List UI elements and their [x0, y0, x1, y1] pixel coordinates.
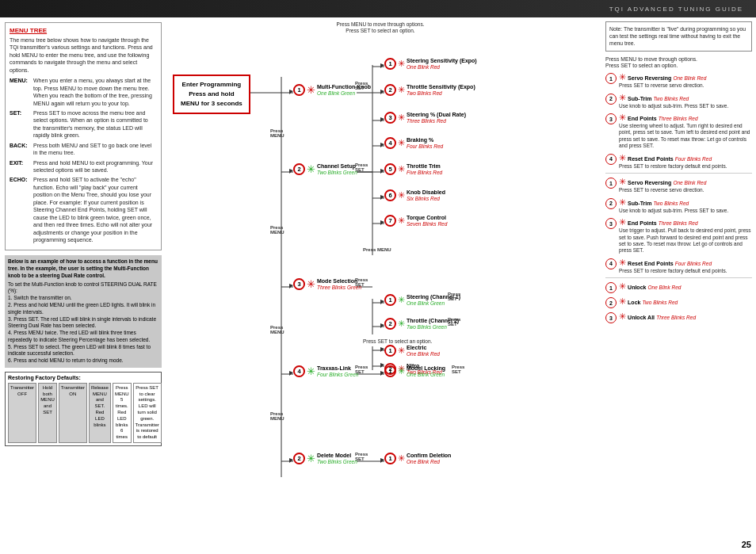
node-l2-2-num: 2	[384, 84, 396, 96]
right-node-th-3-icon: ✳	[619, 217, 626, 227]
right-node-th-1-num: 1	[605, 178, 617, 189]
factory-step-4: Release MENU and SET. Red LED blinks	[89, 383, 111, 443]
right-node-th-2: 2 ✳ Sub-Trim Two Blinks Red Use knob to …	[605, 197, 752, 214]
press-set-delete: PressSET	[355, 452, 368, 461]
node-l2-3-blink: Three Blinks Red	[407, 118, 466, 124]
right-sep-2	[605, 277, 752, 278]
right-node-sr-3-icon: ✳	[619, 113, 626, 122]
node-ch-2-num: 2	[384, 318, 396, 330]
factory-title: Restoring Factory Defaults:	[8, 375, 158, 380]
right-node-sr-2-num: 2	[605, 94, 617, 105]
right-node-sr-2: 2 ✳ Sub-Trim Two Blinks Red Use knob to …	[605, 93, 752, 109]
right-node-sr-4-content: ✳ Reset End Points Four Blinks Red Press…	[619, 153, 752, 170]
right-node-th-3-desc: Use trigger to adjust. Pull back to desi…	[619, 227, 752, 254]
right-node-th-2-title: Sub-Trim	[628, 201, 651, 206]
right-node-sr-3-content: ✳ End Points Three Blinks Red Use steeri…	[619, 113, 752, 150]
factory-step-2: Hold bothMENU and SET	[38, 383, 57, 443]
right-node-sr-3-title: End Points	[628, 116, 657, 121]
node-del-1: 1 ✳ Confirm Deletion One Blink Red	[384, 452, 451, 464]
press-set-mode: PressSET	[355, 277, 368, 287]
node-channel: 2 ✳ Channel Setup Two Blinks Green	[293, 162, 357, 175]
right-node-sr-2-sub: Two Blinks Red	[654, 96, 689, 101]
right-panel: Note: The transmitter is "live" during p…	[601, 17, 756, 554]
node-channel-blink: Two Blinks Green	[317, 170, 357, 175]
node-l2-1-icon: ✳	[398, 59, 405, 69]
right-node-ml-2-num: 2	[605, 297, 617, 308]
node-mfk-blink: One Blink Green	[317, 90, 371, 96]
node-mode-1: 1 ✳ Electric One Blink Red	[384, 344, 440, 357]
right-node-th-4-content: ✳ Reset End Points Four Blinks Red Press…	[619, 258, 752, 274]
node-mode-1-icon: ✳	[398, 346, 405, 356]
press-set-channel: PressSET	[355, 162, 368, 172]
right-node-sr-4-sub: Four Blinks Red	[675, 156, 712, 162]
right-node-th-1-sub: One Blink Red	[673, 180, 706, 185]
node-l2-4-icon: ✳	[398, 138, 405, 148]
page-number: 25	[742, 540, 751, 549]
node-ch-1-icon: ✳	[398, 295, 405, 305]
node-l2-1-label: Steering Sensitivity (Expo)	[407, 57, 477, 64]
node-l2-3: 3 ✳ Steering % (Dual Rate) Three Blinks …	[384, 111, 466, 124]
flow-top-note: Press MENU to move through options.Press…	[313, 21, 448, 35]
right-section-note-1: Press MENU to move through options.Press…	[605, 56, 752, 71]
term-val-menu: When you enter a menu, you always start …	[33, 77, 157, 107]
sidebar: MENU TREE The menu tree below shows how …	[0, 17, 166, 554]
enter-prog-line3: MENU for 3 seconds	[181, 100, 242, 107]
node-ch-1-num: 1	[384, 294, 396, 306]
header-title: TQi ADVANCED TUNING GUIDE	[609, 6, 743, 13]
node-l2-7-icon: ✳	[398, 216, 405, 226]
right-node-ml-2-icon: ✳	[619, 296, 626, 306]
node-l2-5-icon: ✳	[398, 164, 405, 174]
press-menu-ch: Press MENU	[363, 247, 391, 252]
press-set-traxxas: PressSET	[355, 365, 368, 374]
node-del-1-blink: One Blink Red	[407, 459, 451, 464]
node-mode-1-label: Electric	[407, 344, 440, 351]
node-l2-4-num: 4	[384, 137, 396, 149]
node-mode-num: 3	[293, 278, 305, 290]
right-node-ml-3-content: ✳ Unlock All Three Blinks Red	[619, 311, 752, 322]
right-node-sr-4: 4 ✳ Reset End Points Four Blinks Red Pre…	[605, 153, 752, 170]
press-set-mfk: PressSET	[355, 81, 368, 90]
node-l2-2-blink: Two Blinks Red	[407, 90, 475, 96]
node-traxxas: 4 ✳ Traxxas-Link Four Blinks Green	[293, 365, 358, 377]
factory-step-3: TransmitterON	[59, 383, 87, 443]
press-menu-label-2: PressMENU	[270, 225, 284, 235]
node-l2-7-num: 7	[384, 215, 396, 227]
example-box: Below is an example of how to access a f…	[5, 255, 162, 367]
term-val-back: Press both MENU and SET to go back one l…	[33, 142, 157, 157]
term-key-menu: MENU:	[10, 77, 33, 107]
right-node-th-2-icon: ✳	[619, 197, 626, 207]
node-l2-6: 6 ✳ Knob Disabled Six Blinks Red	[384, 189, 445, 201]
right-node-ml-2: 2 ✳ Lock Two Blinks Red	[605, 296, 752, 308]
right-node-th-1-desc: Press SET to reverse servo direction.	[619, 187, 752, 193]
right-node-sr-2-content: ✳ Sub-Trim Two Blinks Red Use knob to ad…	[619, 93, 752, 109]
example-box-title: Below is an example of how to access a f…	[8, 258, 158, 279]
example-box-steps: To set the Multi-Function knob to contro…	[8, 281, 158, 365]
enter-prog-line1: Enter Programming	[182, 81, 242, 88]
node-channel-num: 2	[293, 163, 305, 175]
node-l2-4: 4 ✳ Braking % Four Blinks Red	[384, 136, 443, 149]
right-node-th-4-desc: Press SET to restore factory default end…	[619, 268, 752, 274]
right-node-th-2-content: ✳ Sub-Trim Two Blinks Red Use knob to ad…	[619, 197, 752, 214]
node-traxxas-num: 4	[293, 365, 305, 377]
right-node-th-3-content: ✳ End Points Three Blinks Red Use trigge…	[619, 217, 752, 254]
press-set-tl: PressSET	[452, 365, 464, 374]
right-node-sr-1-icon: ✳	[619, 72, 626, 82]
right-node-ml-2-sub: Two Blinks Red	[643, 300, 678, 305]
right-node-sr-4-num: 4	[605, 154, 617, 165]
right-node-th-2-desc: Use knob to adjust sub-trim. Press SET t…	[619, 208, 752, 214]
node-del-1-num: 1	[384, 453, 396, 464]
right-node-sr-2-icon: ✳	[619, 93, 626, 102]
node-ch-1-blink: One Blink Green	[407, 300, 460, 306]
right-node-th-1-content: ✳ Servo Reversing One Blink Red Press SE…	[619, 177, 752, 193]
node-l2-2-icon: ✳	[398, 85, 405, 95]
node-l2-3-label: Steering % (Dual Rate)	[407, 111, 466, 118]
node-l2-2: 2 ✳ Throttle Sensitivity (Expo) Two Blin…	[384, 83, 475, 96]
right-node-ml-2-title: Lock	[628, 300, 640, 305]
right-node-ml-1: 1 ✳ Unlock One Blink Red	[605, 281, 752, 293]
node-mfk-num: 1	[293, 84, 305, 96]
right-node-th-1-title: Servo Reversing	[628, 180, 671, 185]
term-val-exit: Press and hold MENU to exit programming.…	[33, 159, 157, 174]
node-channel-icon: ✳	[307, 163, 315, 175]
menu-term-menu: MENU: When you enter a menu, you always …	[10, 77, 157, 107]
node-l2-7-blink: Seven Blinks Red	[407, 221, 447, 227]
